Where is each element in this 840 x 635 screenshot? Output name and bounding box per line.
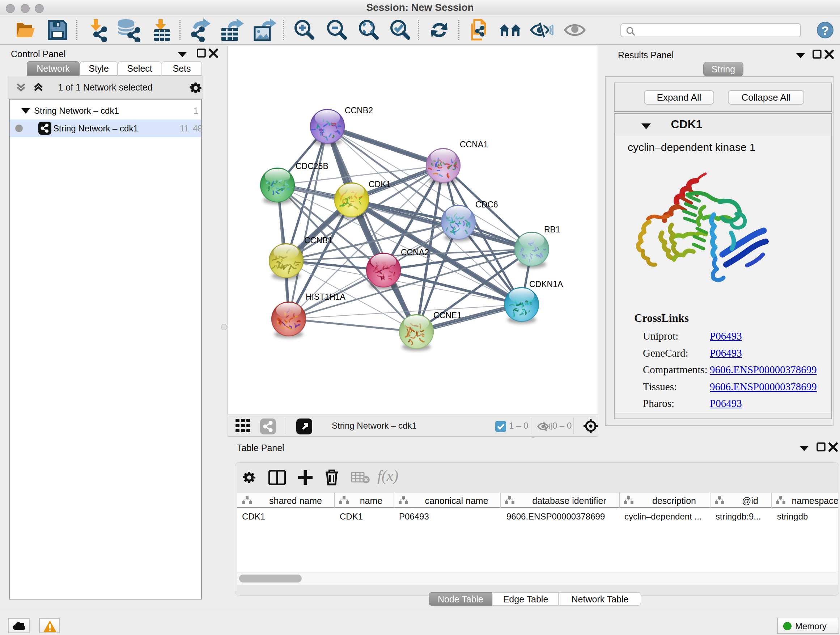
svg-text:CDK1: CDK1 xyxy=(369,180,391,189)
svg-text:HIST1H1A: HIST1H1A xyxy=(306,292,346,302)
svg-text:CCNE1: CCNE1 xyxy=(433,310,462,320)
svg-text:CCNA1: CCNA1 xyxy=(460,140,488,149)
svg-text:CDC6: CDC6 xyxy=(475,200,498,209)
svg-text:CCNB1: CCNB1 xyxy=(304,236,332,245)
svg-text:CCNA2: CCNA2 xyxy=(401,248,429,257)
svg-text:CDKN1A: CDKN1A xyxy=(529,279,563,289)
svg-text:CDC25B: CDC25B xyxy=(295,162,328,171)
svg-text:RB1: RB1 xyxy=(544,225,561,234)
svg-text:CCNB2: CCNB2 xyxy=(345,106,373,115)
